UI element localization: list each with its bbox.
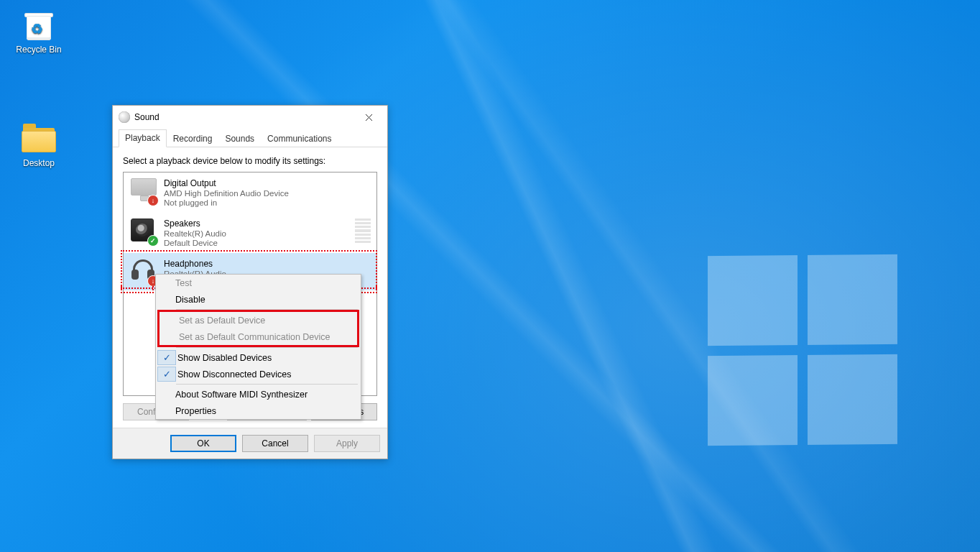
ok-button[interactable]: OK xyxy=(170,435,236,452)
ctx-label: Show Disconnected Devices xyxy=(177,369,291,380)
ctx-label: Set as Default Communication Device xyxy=(179,332,330,342)
desktop-icon-label: Desktop xyxy=(11,158,66,168)
windows-logo xyxy=(708,254,897,446)
sound-icon xyxy=(119,111,130,123)
desktop-icon-recycle-bin[interactable]: ♻ Recycle Bin xyxy=(11,7,66,55)
tab-recording[interactable]: Recording xyxy=(167,130,219,147)
device-name: Speakers xyxy=(164,218,226,229)
instruction-text: Select a playback device below to modify… xyxy=(123,156,377,166)
ctx-set-default[interactable]: Set as Default Device xyxy=(160,312,357,328)
level-meter xyxy=(355,218,371,243)
unplugged-badge-icon xyxy=(147,195,159,206)
device-driver: Realtek(R) Audio xyxy=(164,229,226,238)
check-icon: ✓ xyxy=(157,367,176,382)
device-name: Digital Output xyxy=(164,178,289,188)
ctx-properties[interactable]: Properties xyxy=(156,402,361,419)
device-driver: AMD High Definition Audio Device xyxy=(164,189,289,198)
tab-sounds[interactable]: Sounds xyxy=(218,130,261,147)
ctx-test[interactable]: Test xyxy=(156,275,361,291)
ctx-show-disconnected[interactable]: ✓Show Disconnected Devices xyxy=(156,366,361,382)
ctx-label: Show Disabled Devices xyxy=(177,353,272,363)
dialog-title: Sound xyxy=(134,112,160,122)
device-name: Headphones xyxy=(164,259,226,269)
ctx-disable[interactable]: Disable xyxy=(156,291,361,308)
monitor-icon xyxy=(131,178,157,204)
device-status: Default Device xyxy=(164,239,226,247)
ctx-label: About Software MIDI Synthesizer xyxy=(175,390,308,400)
ctx-about-midi[interactable]: About Software MIDI Synthesizer xyxy=(156,386,361,402)
ctx-label: Test xyxy=(175,278,192,288)
ctx-label: Set as Default Device xyxy=(179,316,265,326)
context-menu: Test Disable Set as Default Device Set a… xyxy=(155,274,361,420)
dialog-button-row: OK Cancel Apply xyxy=(113,428,387,459)
folder-icon xyxy=(22,121,56,155)
speaker-icon xyxy=(131,218,157,244)
device-status: Not plugged in xyxy=(164,198,289,207)
close-icon xyxy=(365,114,373,121)
device-digital-output[interactable]: Digital Output AMD High Definition Audio… xyxy=(124,172,376,213)
desktop-icon-folder[interactable]: Desktop xyxy=(11,121,66,168)
ctx-show-disabled[interactable]: ✓Show Disabled Devices xyxy=(156,349,361,366)
desktop-icon-label: Recycle Bin xyxy=(11,45,66,55)
desktop: ♻ Recycle Bin Desktop Sound Playback Rec… xyxy=(0,0,980,552)
ctx-label: Disable xyxy=(175,295,205,305)
cancel-button[interactable]: Cancel xyxy=(242,435,308,452)
check-icon: ✓ xyxy=(157,350,176,365)
recycle-bin-icon: ♻ xyxy=(22,7,56,42)
tab-playback[interactable]: Playback xyxy=(119,129,167,147)
tab-communications[interactable]: Communications xyxy=(261,130,338,147)
apply-button[interactable]: Apply xyxy=(314,435,380,452)
ctx-label: Properties xyxy=(175,406,216,416)
tab-strip: Playback Recording Sounds Communications xyxy=(113,129,387,147)
close-button[interactable] xyxy=(354,107,383,127)
ctx-set-default-comm[interactable]: Set as Default Communication Device xyxy=(160,328,357,345)
default-badge-icon xyxy=(147,235,159,247)
headphones-icon xyxy=(131,259,157,285)
titlebar[interactable]: Sound xyxy=(113,106,387,129)
device-speakers[interactable]: Speakers Realtek(R) Audio Default Device xyxy=(124,213,376,253)
annotation-solid-box: Set as Default Device Set as Default Com… xyxy=(157,310,359,347)
